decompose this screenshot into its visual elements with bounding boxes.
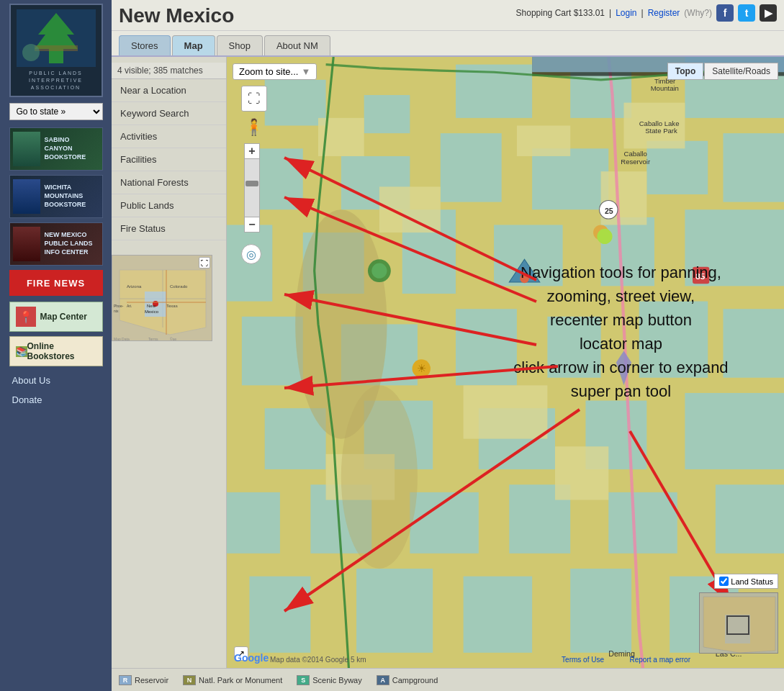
filter-fire-status[interactable]: Fire Status: [112, 217, 226, 240]
mini-locator-map: [699, 592, 778, 654]
expand-locator-btn[interactable]: ⛶: [199, 257, 210, 268]
filter-near-location[interactable]: Near a Location: [112, 79, 226, 102]
register-why: (Why?): [684, 8, 712, 18]
tab-about-nm[interactable]: About NM: [264, 35, 330, 55]
reservoir-label: Reservoir: [135, 676, 168, 685]
recenter-map-button[interactable]: ◎: [241, 244, 261, 264]
map-view[interactable]: 25 Caballo Lake State Park Caballo Reser…: [227, 57, 784, 668]
locator-map-small: Arizona Colorado New Mexico Texas Ari. P…: [112, 255, 212, 341]
state-selector-container[interactable]: Go to state »: [9, 103, 103, 120]
sidebar-item-sabino-bookstore[interactable]: SABINO CANYON BOOKSTORE: [9, 127, 103, 171]
svg-text:☀: ☀: [417, 363, 426, 374]
sidebar-item-wichita-bookstore[interactable]: WICHITA MOUNTAINS BOOKSTORE: [9, 175, 103, 218]
svg-text:New: New: [147, 304, 156, 308]
svg-text:85: 85: [695, 271, 705, 281]
land-status-label: Land Status: [731, 577, 773, 586]
facebook-button[interactable]: f: [716, 4, 734, 22]
legend-natl-park: N Natl. Park or Monument: [183, 675, 282, 685]
land-status-toggle[interactable]: Land Status: [714, 574, 778, 589]
legend-scenic-byway: S Scenic Byway: [297, 675, 361, 685]
svg-point-90: [520, 274, 529, 283]
logo-icon: [17, 9, 96, 67]
svg-rect-47: [639, 302, 708, 378]
header-right: Shopping Cart $133.01 | Login | Register…: [516, 4, 777, 22]
logo-area: PUBLIC LANDS INTERPRETIVE ASSOCIATION: [9, 4, 103, 97]
zoom-to-site-dropdown[interactable]: Zoom to site... ▼: [233, 63, 317, 80]
terms-of-use-link[interactable]: Terms of Use: [562, 656, 604, 664]
map-background: 25 Caballo Lake State Park Caballo Reser…: [227, 57, 784, 668]
page-title: New Mexico: [119, 4, 234, 27]
svg-text:Phoe-: Phoe-: [114, 304, 124, 308]
mini-map-svg: [700, 593, 778, 654]
svg-text:Map Data: Map Data: [114, 337, 130, 341]
filter-public-lands[interactable]: Public Lands: [112, 194, 226, 217]
donate-link[interactable]: Donate: [9, 390, 103, 410]
about-us-link[interactable]: About Us: [9, 371, 103, 390]
street-view-pegman[interactable]: 🧍: [244, 118, 263, 137]
svg-rect-56: [410, 492, 479, 554]
report-map-error-link[interactable]: Report a map error: [630, 656, 690, 664]
separator2: |: [641, 8, 644, 18]
topo-button[interactable]: Topo: [667, 63, 703, 80]
svg-text:Texas: Texas: [166, 304, 178, 308]
online-bookstores-button[interactable]: 📚 Online Bookstores: [9, 336, 103, 366]
zoom-slider[interactable]: [244, 159, 260, 217]
svg-rect-54: [227, 492, 280, 554]
satellite-roads-button[interactable]: Satellite/Roads: [704, 63, 778, 80]
wichita-label: WICHITA MOUNTAINS BOOKSTORE: [45, 184, 99, 209]
svg-text:©se: ©se: [170, 337, 176, 341]
register-link[interactable]: Register: [648, 8, 680, 18]
zoom-to-site-label: Zoom to site...: [239, 66, 298, 77]
svg-rect-59: [716, 484, 784, 554]
online-bookstores-label: Online Bookstores: [27, 341, 96, 361]
reservoir-icon: R: [119, 675, 132, 685]
pan-control[interactable]: ⛶: [241, 86, 267, 112]
svg-rect-35: [646, 141, 708, 194]
filter-national-forests[interactable]: National Forests: [112, 171, 226, 194]
tab-stores[interactable]: Stores: [119, 35, 171, 55]
youtube-button[interactable]: ▶: [760, 4, 777, 22]
fire-news-label: FIRE NEWS: [27, 278, 85, 289]
svg-rect-62: [464, 577, 533, 653]
zoom-out-button[interactable]: −: [244, 217, 260, 232]
filter-keyword-search[interactable]: Keyword Search: [112, 102, 226, 125]
cart-label: Shopping Cart $133.01: [516, 8, 605, 18]
natl-park-icon: N: [183, 675, 196, 685]
tab-map[interactable]: Map: [172, 35, 215, 55]
svg-rect-68: [379, 186, 441, 232]
nm-thumbnail: [13, 227, 40, 261]
map-center-button[interactable]: 📍 Map Center: [9, 302, 103, 332]
twitter-button[interactable]: t: [738, 4, 755, 22]
svg-rect-26: [265, 80, 326, 126]
map-legend: R Reservoir N Natl. Park or Monument S S…: [112, 668, 784, 691]
map-top-controls: Zoom to site... ▼ Topo Satellite/Roads: [233, 63, 778, 80]
sidebar-item-nm-info-center[interactable]: NEW MEXICO PUBLIC LANDS INFO CENTER: [9, 222, 103, 266]
svg-rect-48: [723, 309, 784, 378]
wichita-thumbnail: [13, 179, 40, 214]
svg-rect-53: [685, 393, 784, 469]
svg-text:Colorado: Colorado: [170, 284, 188, 289]
logo-text: PUBLIC LANDS INTERPRETIVE ASSOCIATION: [29, 70, 83, 91]
svg-rect-107: [725, 615, 750, 643]
svg-text:State Park: State Park: [645, 127, 677, 135]
land-status-checkbox[interactable]: [719, 577, 729, 586]
svg-rect-45: [456, 309, 517, 385]
tab-shop[interactable]: Shop: [217, 35, 263, 55]
svg-rect-66: [517, 126, 570, 156]
svg-rect-34: [532, 148, 608, 209]
login-link[interactable]: Login: [616, 8, 636, 18]
svg-rect-27: [364, 95, 410, 133]
svg-text:Ari.: Ari.: [127, 304, 132, 308]
filter-activities[interactable]: Activities: [112, 125, 226, 148]
fire-news-button[interactable]: FIRE NEWS: [9, 270, 103, 296]
zoom-in-button[interactable]: +: [244, 143, 260, 159]
filter-facilities[interactable]: Facilities: [112, 148, 226, 171]
svg-rect-43: [242, 317, 303, 386]
cart-info[interactable]: Shopping Cart $133.01: [516, 8, 605, 18]
map-data-attribution: Map data ©2014 Google 5 km: [270, 656, 366, 664]
locator-map-svg: Arizona Colorado New Mexico Texas Ari. P…: [112, 256, 212, 341]
svg-text:Terms: Terms: [148, 337, 158, 341]
state-select[interactable]: Go to state »: [9, 103, 103, 120]
svg-point-74: [341, 385, 418, 569]
pan-button[interactable]: ⛶: [241, 86, 267, 112]
